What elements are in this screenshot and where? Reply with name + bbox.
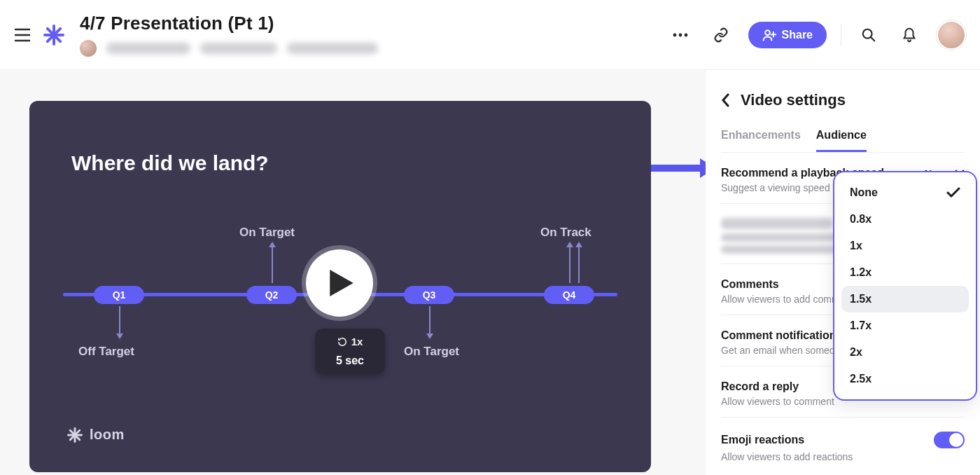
folder-blurred (287, 43, 378, 54)
settings-tabs: Enhancements Audience (721, 126, 965, 153)
app-header: 4/7 Presentation (Pt 1) Share (0, 0, 980, 70)
more-menu[interactable] (667, 22, 694, 48)
copy-link-button[interactable] (708, 22, 734, 48)
svg-marker-15 (330, 270, 354, 296)
user-avatar[interactable] (937, 20, 966, 50)
duration-chip: 5 sec (315, 354, 385, 367)
node-q3: Q3 (404, 286, 454, 304)
speed-option-2x[interactable]: 2x (841, 339, 969, 366)
app-logo[interactable] (43, 25, 64, 46)
history-icon (337, 337, 347, 347)
arrow-q4a (569, 247, 570, 283)
people-icon (762, 29, 776, 41)
slide-title: Where did we land? (71, 151, 269, 175)
page-subline (80, 40, 667, 57)
comments-title: Comments (721, 278, 779, 291)
arrow-q2 (272, 247, 273, 283)
tab-enhancements[interactable]: Enhancements (721, 126, 801, 152)
arrow-q1 (119, 306, 120, 334)
arrow-q3 (429, 306, 430, 334)
panel-title: Video settings (741, 91, 846, 109)
speed-option-2-5x[interactable]: 2.5x (841, 366, 969, 392)
speed-option-none[interactable]: None (841, 179, 969, 206)
speed-option-1-7x[interactable]: 1.7x (841, 312, 969, 339)
comment-notif-title: Comment notification (721, 329, 836, 342)
svg-point-9 (684, 33, 687, 36)
emoji-title: Emoji reactions (721, 434, 804, 446)
author-avatar[interactable] (80, 40, 97, 57)
search-button[interactable] (855, 22, 882, 48)
arrow-q4b (578, 247, 580, 283)
playback-speed-dropdown: None 0.8x 1x 1.2x 1.5x 1.7x 2x 2.5x (833, 171, 977, 401)
speed-option-1x[interactable]: 1x (841, 233, 969, 259)
label-q3: On Target (404, 345, 459, 359)
label-q2: On Target (239, 226, 295, 240)
back-icon[interactable] (721, 93, 729, 107)
author-name-blurred (106, 43, 190, 54)
node-q1: Q1 (94, 286, 144, 304)
divider (841, 24, 841, 46)
svg-point-10 (765, 30, 770, 35)
speed-option-0-8x[interactable]: 0.8x (841, 206, 969, 233)
play-button[interactable] (306, 249, 373, 317)
timestamp-blurred (200, 43, 277, 54)
label-q1: Off Target (78, 345, 134, 359)
settings-sidebar: Video settings Enhancements Audience Rec… (706, 70, 980, 475)
label-q4: On Track (540, 226, 592, 240)
speed-option-1-2x[interactable]: 1.2x (841, 259, 969, 286)
emoji-desc: Allow viewers to add reactions (721, 451, 965, 462)
speed-chip[interactable]: 1x 5 sec (315, 329, 385, 374)
blurred-title (721, 218, 833, 229)
svg-line-14 (871, 36, 875, 41)
node-q4: Q4 (544, 286, 594, 304)
page-title: 4/7 Presentation (Pt 1) (80, 13, 667, 34)
share-button[interactable]: Share (748, 22, 827, 48)
tab-audience[interactable]: Audience (816, 126, 867, 152)
watermark: loom (67, 427, 125, 443)
speed-value: 1x (351, 336, 363, 347)
node-q2: Q2 (246, 286, 297, 304)
svg-point-7 (673, 33, 676, 36)
check-icon (946, 187, 960, 198)
notifications-button[interactable] (896, 22, 923, 48)
video-area: Where did we land? Q1 Q2 Q3 Q4 On Target… (0, 70, 706, 475)
emoji-toggle[interactable] (934, 432, 965, 448)
setting-emoji-reactions: Emoji reactions Allow viewers to add rea… (721, 418, 965, 472)
record-reply-title: Record a reply (721, 380, 799, 393)
speed-option-1-5x[interactable]: 1.5x (841, 286, 969, 312)
menu-toggle[interactable] (14, 28, 31, 42)
svg-point-8 (678, 33, 682, 36)
video-player[interactable]: Where did we land? Q1 Q2 Q3 Q4 On Target… (29, 101, 651, 472)
share-label: Share (782, 29, 813, 41)
